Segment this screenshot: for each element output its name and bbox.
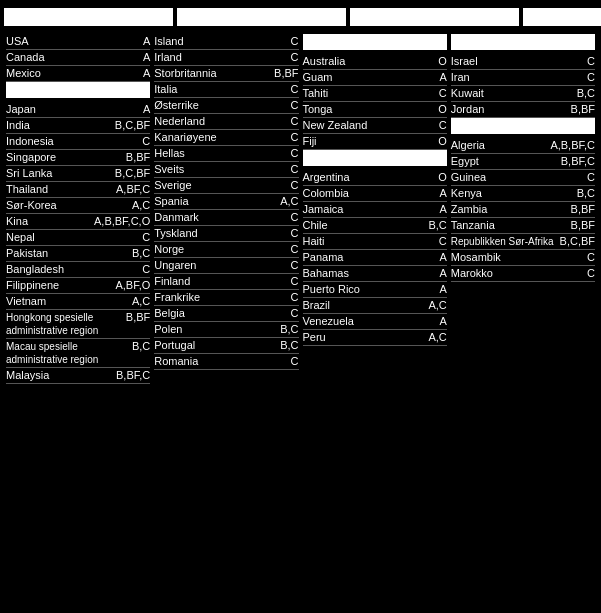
table-row: TanzaniaB,BF xyxy=(451,218,595,234)
search-input-3[interactable] xyxy=(350,8,519,26)
table-row: VenezuelaA xyxy=(303,314,447,330)
country-code: C xyxy=(587,71,595,83)
col-asia: USAACanadaAMexicoAJapanAIndiaB,C,BFIndon… xyxy=(4,34,152,384)
country-name: Tanzania xyxy=(451,219,567,231)
search-input-1[interactable] xyxy=(4,8,173,26)
country-code: O xyxy=(438,135,447,147)
table-row: ArgentinaO xyxy=(303,170,447,186)
table-row: FilippineneA,BF,O xyxy=(6,278,150,294)
country-name: Australia xyxy=(303,55,435,67)
table-row: IslandC xyxy=(154,34,298,50)
table-row: SverigeC xyxy=(154,178,298,194)
table-row: AustraliaO xyxy=(303,54,447,70)
country-code: C xyxy=(142,263,150,275)
table-row: GuineaC xyxy=(451,170,595,186)
table-row: ColombiaA xyxy=(303,186,447,202)
country-code: B,C xyxy=(280,339,298,351)
table-row: ØsterrikeC xyxy=(154,98,298,114)
table-row: TongaO xyxy=(303,102,447,118)
country-name: Mexico xyxy=(6,67,139,79)
country-code: A xyxy=(439,187,446,199)
col1-inline-search xyxy=(6,82,150,98)
country-code: C xyxy=(291,51,299,63)
country-code: A xyxy=(143,51,150,63)
page-container: USAACanadaAMexicoAJapanAIndiaB,C,BFIndon… xyxy=(0,0,601,388)
table-row: IranC xyxy=(451,70,595,86)
country-code: O xyxy=(438,55,447,67)
country-code: A xyxy=(439,315,446,327)
country-code: A xyxy=(439,283,446,295)
table-row: JordanB,BF xyxy=(451,102,595,118)
country-name: Tyskland xyxy=(154,227,286,239)
table-row: PortugalB,C xyxy=(154,338,298,354)
country-name: Bahamas xyxy=(303,267,436,279)
country-code: C xyxy=(291,131,299,143)
country-name: Irland xyxy=(154,51,286,63)
table-row: USAA xyxy=(6,34,150,50)
table-row: MalaysiaB,BF,C xyxy=(6,368,150,384)
country-code: B,C,BF xyxy=(115,119,150,131)
country-name: Nederland xyxy=(154,115,286,127)
country-code: C xyxy=(587,267,595,279)
country-name: Island xyxy=(154,35,286,47)
country-code: B,BF xyxy=(274,67,298,79)
country-name: Tonga xyxy=(303,103,435,115)
country-code: B,C xyxy=(132,247,150,259)
country-name: Canada xyxy=(6,51,139,63)
country-name: Belgia xyxy=(154,307,286,319)
table-row: FrankrikeC xyxy=(154,290,298,306)
country-name: Norge xyxy=(154,243,286,255)
country-code: C xyxy=(291,243,299,255)
country-code: C xyxy=(291,179,299,191)
country-name: Italia xyxy=(154,83,286,95)
country-code: C xyxy=(291,275,299,287)
table-row: ItaliaC xyxy=(154,82,298,98)
country-name: Pakistan xyxy=(6,247,128,259)
country-code: A xyxy=(143,103,150,115)
country-name: Jordan xyxy=(451,103,567,115)
table-row: EgyptB,BF,C xyxy=(451,154,595,170)
country-name: Danmark xyxy=(154,211,286,223)
table-row: Puerto RicoA xyxy=(303,282,447,298)
table-row: PeruA,C xyxy=(303,330,447,346)
col-oceania-americas: AustraliaOGuamATahitiCTongaONew ZealandC… xyxy=(301,34,449,384)
country-code: C xyxy=(291,355,299,367)
table-row: Sør-KoreaA,C xyxy=(6,198,150,214)
country-code: C xyxy=(291,115,299,127)
country-name: Marokko xyxy=(451,267,583,279)
country-name: Republikken Sør-Afrika xyxy=(451,235,556,248)
country-name: Thailand xyxy=(6,183,112,195)
country-name: Kanariøyene xyxy=(154,131,286,143)
country-code: C xyxy=(587,171,595,183)
country-name: Malaysia xyxy=(6,369,112,381)
country-name: Algeria xyxy=(451,139,547,151)
country-code: A xyxy=(439,203,446,215)
country-name: Hellas xyxy=(154,147,286,159)
table-row: VietnamA,C xyxy=(6,294,150,310)
country-code: C xyxy=(291,211,299,223)
country-code: A,BF,O xyxy=(115,279,150,291)
country-name: Hongkong spesielle administrative region xyxy=(6,311,122,337)
country-name: Vietnam xyxy=(6,295,128,307)
table-row: IndonesiaC xyxy=(6,134,150,150)
table-row: AlgeriaA,B,BF,C xyxy=(451,138,595,154)
country-code: C xyxy=(291,163,299,175)
search-input-2[interactable] xyxy=(177,8,346,26)
country-name: Macau spesielle administrative region xyxy=(6,340,128,366)
country-name: Filippinene xyxy=(6,279,111,291)
table-row: ZambiaB,BF xyxy=(451,202,595,218)
country-code: C xyxy=(291,147,299,159)
country-code: C xyxy=(291,227,299,239)
country-name: Storbritannia xyxy=(154,67,270,79)
country-code: A,B,BF,C,O xyxy=(94,215,150,227)
table-row: BrazilA,C xyxy=(303,298,447,314)
table-row: JamaicaA xyxy=(303,202,447,218)
country-name: Chile xyxy=(303,219,425,231)
table-row: Republikken Sør-AfrikaB,C,BF xyxy=(451,234,595,250)
search-input-4[interactable] xyxy=(523,8,601,26)
country-code: B,BF xyxy=(126,151,150,163)
columns-container: USAACanadaAMexicoAJapanAIndiaB,C,BFIndon… xyxy=(4,34,597,384)
country-name: Mosambik xyxy=(451,251,583,263)
country-code: C xyxy=(291,307,299,319)
table-row: SveitsC xyxy=(154,162,298,178)
